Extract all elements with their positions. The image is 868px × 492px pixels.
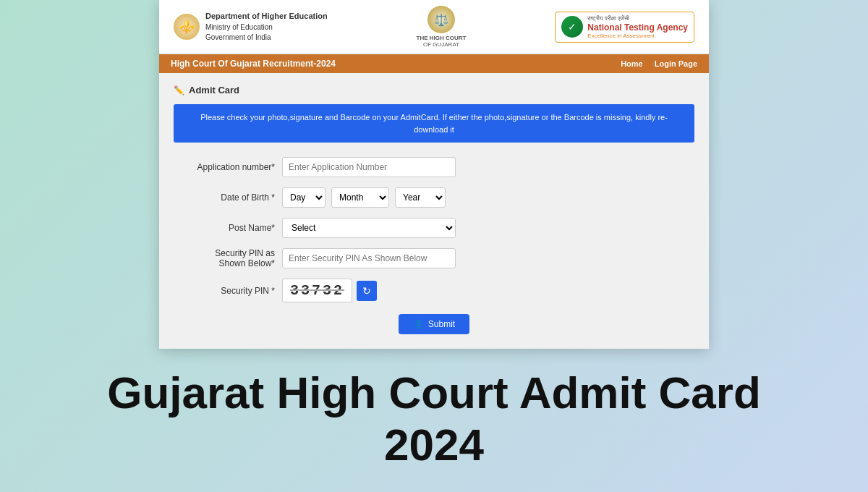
submit-button[interactable]: 👤 Submit [399,314,469,334]
captcha-row-inner: 33732 ↻ [282,279,377,302]
portal-title: High Court Of Gujarat Recruitment-2024 [171,59,336,69]
alert-message: Please check your photo,signature and Ba… [200,113,668,134]
security-pin-row-label: Security PIN * [174,286,275,296]
captcha-display: 33732 [282,279,352,302]
dob-month-select[interactable]: Month [331,187,389,208]
dept-text: Department of Higher Education Ministry … [205,11,328,42]
submit-icon: 👤 [413,319,424,329]
bottom-line1: Gujarat High Court Admit Card [0,367,868,418]
edit-icon: ✏️ [174,85,184,96]
alert-box: Please check your photo,signature and Ba… [174,104,694,143]
nta-text: राष्ट्रीय परीक्षा एजेंसी National Testin… [587,15,688,39]
india-emblem-icon: ⚜️ [174,14,200,40]
dob-selects: Day Month Year [282,187,446,208]
page-title: Admit Card [189,85,239,96]
header-logos: ⚜️ Department of Higher Education Minist… [159,0,709,54]
logo-right: ✓ राष्ट्रीय परीक्षा एजेंसी National Test… [555,12,694,43]
court-emblem-icon: ⚖️ [427,6,455,33]
app-number-input[interactable] [282,157,456,177]
dob-row: Date of Birth * Day Month Year [174,187,694,208]
security-pin-captcha-row: Security PIN * 33732 ↻ [174,279,694,302]
dob-year-select[interactable]: Year [395,187,446,208]
login-link[interactable]: Login Page [655,59,697,68]
app-number-label: Application number* [174,162,275,172]
security-pin-input-row: Security PIN as Shown Below* [174,248,694,268]
page-title-bar: ✏️ Admit Card [174,85,694,96]
logo-center: ⚖️ THE HIGH COURT OF GUJARAT [417,6,467,48]
portal-container: ⚜️ Department of Higher Education Minist… [159,0,709,349]
post-name-select[interactable]: Select [282,218,456,238]
bottom-line2: 2024 [0,419,868,470]
post-name-row: Post Name* Select [174,218,694,238]
security-pin-input-label: Security PIN as Shown Below* [174,248,275,268]
bottom-heading: Gujarat High Court Admit Card 2024 [0,367,868,470]
submit-label: Submit [428,319,455,329]
main-content: ✏️ Admit Card Please check your photo,si… [159,73,709,349]
submit-row: 👤 Submit [174,314,694,334]
post-name-label: Post Name* [174,223,275,233]
refresh-captcha-button[interactable]: ↻ [357,281,377,301]
logo-left: ⚜️ Department of Higher Education Minist… [174,11,328,42]
dob-label: Date of Birth * [174,192,275,203]
nta-checkmark-icon: ✓ [561,16,583,38]
security-pin-input[interactable] [282,248,456,268]
nav-bar: High Court Of Gujarat Recruitment-2024 H… [159,54,709,73]
nav-links: Home Login Page [621,59,697,68]
form-area: Application number* Date of Birth * Day … [174,157,694,334]
dob-day-select[interactable]: Day [282,187,326,208]
app-number-row: Application number* [174,157,694,177]
home-link[interactable]: Home [621,59,643,68]
